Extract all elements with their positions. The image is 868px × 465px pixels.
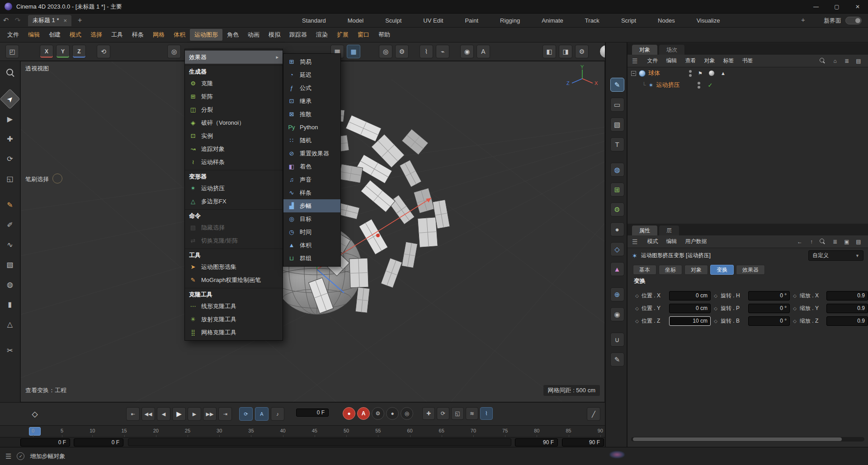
- submenu-item[interactable]: ƒ 公式: [283, 81, 340, 94]
- menu-item[interactable]: ◫ 分裂: [185, 103, 283, 116]
- anim-dot-icon[interactable]: ◇: [634, 306, 640, 311]
- spline-pen-tool[interactable]: ✎: [610, 78, 624, 92]
- object-name[interactable]: 球体: [648, 69, 660, 77]
- record-selected-button[interactable]: ●: [386, 407, 399, 420]
- new-ui-toggle[interactable]: [845, 17, 862, 24]
- submenu-item[interactable]: ▲ 体积: [283, 239, 340, 252]
- scale-tool[interactable]: ◱: [3, 171, 17, 186]
- submenu-item[interactable]: ⊡ 继承: [283, 94, 340, 108]
- flag-tag-icon[interactable]: ⚑: [698, 70, 703, 76]
- rotate-tool[interactable]: ⟳: [3, 151, 17, 166]
- burger-menu-icon[interactable]: ☰: [632, 57, 638, 65]
- next-key-button[interactable]: ▶▶: [203, 407, 217, 421]
- keyframe-presets-button[interactable]: ⚙: [372, 407, 384, 420]
- menu-item[interactable]: ✶ 运动挤压: [185, 182, 283, 195]
- record-parameter-button[interactable]: ≋: [466, 407, 478, 420]
- status-menu-icon[interactable]: ☰: [5, 452, 11, 460]
- play-sound-button[interactable]: ♪: [271, 407, 284, 421]
- attr-tab[interactable]: 基本: [633, 265, 656, 275]
- last-tool-button[interactable]: ◰: [5, 45, 19, 58]
- anim-dot-icon[interactable]: ◇: [791, 306, 798, 311]
- panel-tab[interactable]: 属性: [632, 225, 657, 235]
- attr-tab[interactable]: 效果器: [736, 265, 765, 275]
- anim-dot-icon[interactable]: ◇: [712, 319, 719, 324]
- submenu-item[interactable]: ◔ 延迟: [283, 68, 340, 81]
- array-generator-tool[interactable]: ⊞: [610, 183, 624, 197]
- om-menu-item[interactable]: 查看: [681, 57, 700, 65]
- preset-dropdown[interactable]: 自定义 ▼: [808, 250, 863, 261]
- redo-icon[interactable]: ↷: [12, 16, 24, 24]
- menu-item[interactable]: 克隆工具: [185, 288, 283, 300]
- submenu-item[interactable]: ⊠ 推散: [283, 108, 340, 121]
- attr-tab[interactable]: 变换: [710, 265, 734, 275]
- menu[interactable]: 工具: [107, 29, 127, 41]
- menu[interactable]: 样条: [127, 29, 148, 41]
- current-frame-input[interactable]: [296, 409, 329, 417]
- solo-mode-button[interactable]: ◎: [167, 45, 181, 58]
- phong-tag-icon[interactable]: [709, 70, 714, 76]
- menu-item[interactable]: ≀ 运动样条: [185, 155, 283, 169]
- minimize-button[interactable]: —: [806, 0, 826, 14]
- rot-b-input[interactable]: [748, 316, 790, 326]
- goto-end-button[interactable]: ⇥: [218, 407, 232, 421]
- prev-key-button[interactable]: ◀◀: [142, 407, 155, 421]
- platonic-tool[interactable]: ◇: [610, 242, 624, 256]
- anim-dot-icon[interactable]: ◇: [634, 293, 640, 298]
- menu[interactable]: 跟踪器: [285, 29, 311, 41]
- range-start-input[interactable]: [20, 438, 70, 446]
- search-icon[interactable]: [818, 56, 828, 66]
- menu[interactable]: 选择: [86, 29, 107, 41]
- menu[interactable]: 模式: [65, 29, 86, 41]
- annotation-button[interactable]: A: [476, 45, 490, 58]
- submenu-item[interactable]: ⊞ 简易: [283, 55, 340, 68]
- range-track[interactable]: [128, 438, 511, 446]
- menu[interactable]: 网格: [148, 29, 169, 41]
- live-selection-tool[interactable]: ➤: [0, 89, 20, 109]
- record-pla-button[interactable]: ⌇: [480, 407, 493, 420]
- viewport-name-label[interactable]: 透视视图: [25, 65, 49, 73]
- submenu-item[interactable]: ∷ 随机: [283, 134, 340, 147]
- menu[interactable]: 渲染: [311, 29, 332, 41]
- prism-tool[interactable]: ▲: [610, 262, 624, 276]
- viewport-filter-button[interactable]: ◉: [460, 45, 474, 58]
- menu[interactable]: 扩展: [332, 29, 353, 41]
- menu-item[interactable]: ▤ 隐藏选择: [185, 221, 283, 234]
- text-tool[interactable]: T: [610, 137, 624, 151]
- menu[interactable]: 模拟: [264, 29, 285, 41]
- record-scale-button[interactable]: ◱: [451, 407, 464, 420]
- menu-item[interactable]: ⋯ 线形克隆工具: [185, 300, 283, 313]
- scl-x-input[interactable]: [826, 291, 868, 301]
- layout-tab[interactable]: Model: [348, 17, 363, 24]
- simulation-settings-button[interactable]: ⚙: [395, 45, 409, 58]
- cloner-tool[interactable]: ⚙: [610, 202, 624, 216]
- menu[interactable]: 体积: [169, 29, 190, 41]
- selection-tag-icon[interactable]: ▲: [721, 70, 726, 76]
- camera-tool[interactable]: ◉: [610, 307, 624, 321]
- search-icon[interactable]: [818, 237, 828, 246]
- sphere-generator-tool[interactable]: ●: [610, 222, 624, 236]
- om-menu-item[interactable]: 对象: [700, 57, 719, 65]
- autokey-button[interactable]: A: [357, 407, 370, 420]
- menu[interactable]: 窗口: [353, 29, 374, 41]
- menu-item[interactable]: △ 多边形FX: [185, 195, 283, 208]
- visibility-dots-icon[interactable]: [698, 82, 700, 89]
- menu[interactable]: 创建: [44, 29, 65, 41]
- knife-tool[interactable]: ✂: [3, 343, 17, 357]
- record-rotation-button[interactable]: ⟳: [437, 407, 449, 420]
- anim-dot-icon[interactable]: ◇: [791, 319, 798, 324]
- render-view-button[interactable]: ◧: [542, 45, 556, 58]
- menu-item[interactable]: 生成器: [185, 65, 283, 77]
- sketch-tool[interactable]: ✐: [3, 217, 17, 232]
- menu[interactable]: 动画: [243, 29, 264, 41]
- am-menu-item[interactable]: 模式: [643, 238, 662, 245]
- close-button[interactable]: ✕: [847, 0, 868, 14]
- submenu-item[interactable]: ⊔ 群组: [283, 252, 340, 265]
- sphere-tool[interactable]: ◍: [3, 277, 17, 291]
- submenu-item[interactable]: ◧ 着色: [283, 160, 340, 173]
- anim-dot-icon[interactable]: ◇: [712, 306, 719, 311]
- back-icon[interactable]: ←: [795, 237, 805, 246]
- lock-x-button[interactable]: X: [40, 45, 53, 58]
- menu[interactable]: 运动图形: [190, 29, 222, 41]
- submenu-item[interactable]: Py Python: [283, 121, 340, 134]
- panel-tab[interactable]: 层: [659, 225, 679, 235]
